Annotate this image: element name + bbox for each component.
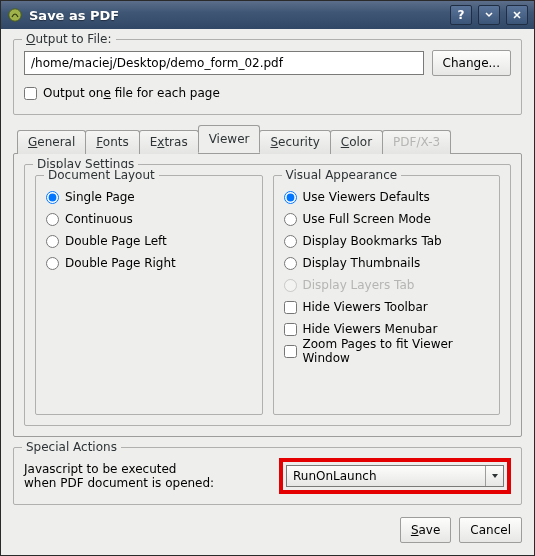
dialog-window: Save as PDF ? Output to File: Change... … <box>0 0 535 556</box>
doc-layout-radio[interactable] <box>46 191 59 204</box>
visual-appearance-radio[interactable] <box>284 191 297 204</box>
doc-layout-option[interactable]: Continuous <box>46 208 252 230</box>
doc-layout-label: Double Page Right <box>65 256 176 270</box>
visual-appearance-label: Use Full Screen Mode <box>303 212 431 226</box>
tab-viewer[interactable]: Viewer <box>198 125 261 153</box>
one-file-per-page-checkbox[interactable]: Output one file for each page <box>24 82 220 104</box>
titlebar: Save as PDF ? <box>1 1 534 29</box>
document-layout-group: Document Layout Single PageContinuousDou… <box>35 175 263 415</box>
cancel-button[interactable]: Cancel <box>459 517 522 543</box>
visual-appearance-option[interactable]: Use Full Screen Mode <box>284 208 490 230</box>
special-actions-group: Special Actions Javascript to be execute… <box>13 447 522 505</box>
visual-appearance-radio[interactable] <box>284 257 297 270</box>
output-path-input[interactable] <box>24 51 424 75</box>
visual-appearance-checkbox[interactable] <box>284 345 297 358</box>
visual-appearance-option[interactable]: Display Thumbnails <box>284 252 490 274</box>
chevron-down-icon <box>485 466 503 486</box>
change-output-button[interactable]: Change... <box>432 50 511 76</box>
visual-appearance-check[interactable]: Zoom Pages to fit Viewer Window <box>284 340 490 362</box>
js-on-open-label: Javascript to be executed when PDF docum… <box>24 462 271 490</box>
js-on-open-label-line2: when PDF document is opened: <box>24 476 271 490</box>
minimize-button[interactable] <box>478 5 500 25</box>
document-layout-legend: Document Layout <box>44 168 159 182</box>
tab-extras[interactable]: Extras <box>139 130 199 154</box>
display-settings-group: Display Settings Document Layout Single … <box>24 164 511 426</box>
visual-appearance-check-label: Hide Viewers Toolbar <box>303 300 428 314</box>
tab-color[interactable]: Color <box>330 130 383 154</box>
visual-appearance-label: Display Thumbnails <box>303 256 421 270</box>
visual-appearance-option: Display Layers Tab <box>284 274 490 296</box>
svg-text:?: ? <box>458 10 465 20</box>
doc-layout-option[interactable]: Double Page Right <box>46 252 252 274</box>
close-button[interactable] <box>506 5 528 25</box>
tab-security[interactable]: Security <box>259 130 330 154</box>
doc-layout-option[interactable]: Double Page Left <box>46 230 252 252</box>
display-settings-columns: Document Layout Single PageContinuousDou… <box>35 175 500 415</box>
visual-appearance-label: Use Viewers Defaults <box>303 190 430 204</box>
doc-layout-label: Double Page Left <box>65 234 167 248</box>
doc-layout-radio[interactable] <box>46 213 59 226</box>
visual-appearance-radio[interactable] <box>284 235 297 248</box>
app-icon <box>7 7 23 23</box>
tab-fonts[interactable]: Fonts <box>85 130 139 154</box>
js-on-open-combo-highlight: RunOnLaunch <box>279 458 511 494</box>
dialog-button-row: Save Cancel <box>13 515 522 543</box>
visual-appearance-checkbox[interactable] <box>284 301 297 314</box>
visual-appearance-option[interactable]: Display Bookmarks Tab <box>284 230 490 252</box>
visual-appearance-label: Display Layers Tab <box>303 278 415 292</box>
tab-pdf-x-3: PDF/X-3 <box>382 130 451 154</box>
svg-point-0 <box>9 9 21 21</box>
tab-strip: GeneralFontsExtrasViewerSecurityColorPDF… <box>13 125 522 153</box>
visual-appearance-check-label: Hide Viewers Menubar <box>303 322 438 336</box>
one-file-per-page-label: Output one file for each page <box>43 86 220 100</box>
visual-appearance-checkbox[interactable] <box>284 323 297 336</box>
visual-appearance-option[interactable]: Use Viewers Defaults <box>284 186 490 208</box>
doc-layout-radio[interactable] <box>46 235 59 248</box>
js-on-open-value: RunOnLaunch <box>287 469 485 483</box>
one-file-per-page-input[interactable] <box>24 87 37 100</box>
visual-appearance-radio <box>284 279 297 292</box>
window-title: Save as PDF <box>29 8 444 23</box>
doc-layout-radio[interactable] <box>46 257 59 270</box>
doc-layout-option[interactable]: Single Page <box>46 186 252 208</box>
save-button[interactable]: Save <box>400 517 451 543</box>
tab-general[interactable]: General <box>17 130 86 154</box>
doc-layout-label: Continuous <box>65 212 133 226</box>
visual-appearance-legend: Visual Appearance <box>282 168 402 182</box>
js-on-open-label-line1: Javascript to be executed <box>24 462 271 476</box>
tabs: GeneralFontsExtrasViewerSecurityColorPDF… <box>13 125 522 437</box>
visual-appearance-check-label: Zoom Pages to fit Viewer Window <box>303 337 490 365</box>
help-button[interactable]: ? <box>450 5 472 25</box>
tab-body-viewer: Display Settings Document Layout Single … <box>13 153 522 437</box>
dialog-client-area: Output to File: Change... Output one fil… <box>1 29 534 555</box>
output-to-file-legend: Output to File: <box>22 32 116 46</box>
js-on-open-combo[interactable]: RunOnLaunch <box>286 465 504 487</box>
output-to-file-group: Output to File: Change... Output one fil… <box>13 39 522 115</box>
visual-appearance-label: Display Bookmarks Tab <box>303 234 442 248</box>
visual-appearance-check[interactable]: Hide Viewers Toolbar <box>284 296 490 318</box>
doc-layout-label: Single Page <box>65 190 135 204</box>
visual-appearance-radio[interactable] <box>284 213 297 226</box>
visual-appearance-group: Visual Appearance Use Viewers DefaultsUs… <box>273 175 501 415</box>
special-actions-legend: Special Actions <box>22 440 121 454</box>
